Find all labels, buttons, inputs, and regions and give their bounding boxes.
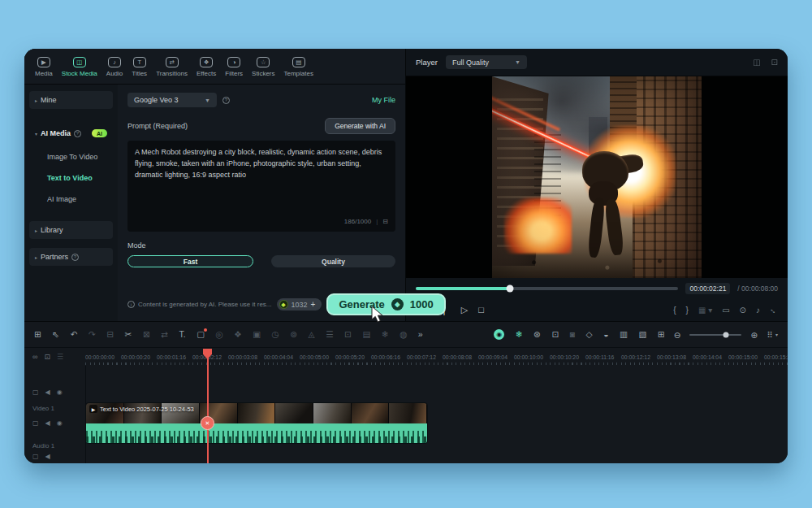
my-file-link[interactable]: My File bbox=[372, 96, 395, 104]
tab-templates[interactable]: ▤ Templates bbox=[280, 54, 317, 80]
sidebar-item-library[interactable]: ▸ Library bbox=[29, 221, 113, 239]
text-tool-icon[interactable]: T. bbox=[179, 330, 186, 339]
seek-bar[interactable] bbox=[416, 287, 678, 290]
captions-icon[interactable]: ▤ bbox=[362, 330, 370, 339]
track-manager-button[interactable]: ⠿ ▾ bbox=[767, 330, 778, 340]
tab-transitions[interactable]: ⇄ Transitions bbox=[152, 54, 192, 80]
screen-record-icon[interactable]: ▣ bbox=[253, 330, 261, 339]
video-preview[interactable] bbox=[406, 76, 788, 278]
help-icon[interactable]: ? bbox=[222, 97, 230, 104]
mode-quality-button[interactable]: Quality bbox=[271, 255, 395, 267]
tab-icon: ♪ bbox=[108, 57, 121, 67]
sidebar-item-ai-media[interactable]: ▾ AI Media ? AI bbox=[29, 124, 113, 142]
playhead-handle[interactable]: ✕ bbox=[201, 416, 214, 430]
link-clips-icon[interactable]: ∞ bbox=[32, 353, 37, 361]
crop-icon[interactable]: ⊠ bbox=[143, 330, 150, 339]
mute-icon[interactable]: ♪ bbox=[756, 306, 760, 315]
tab-stock-media[interactable]: ◫ Stock Media bbox=[58, 54, 102, 80]
zoom-in-icon[interactable]: ⊕ bbox=[750, 330, 758, 340]
playhead-line[interactable] bbox=[207, 351, 209, 463]
keyframe-range-icon[interactable]: ⊡ bbox=[44, 353, 50, 361]
delete-icon[interactable]: ⊟ bbox=[106, 330, 114, 339]
microphone-icon[interactable]: ◒ bbox=[603, 330, 608, 339]
sidebar-item-mine[interactable]: ▸ Mine bbox=[29, 91, 113, 109]
lock-icon[interactable]: ▢ bbox=[32, 419, 39, 427]
tab-audio[interactable]: ♪ Audio bbox=[102, 54, 127, 80]
denoise-icon[interactable]: ❄ bbox=[382, 330, 389, 339]
sidebar-item-image-to-video[interactable]: Image To Video bbox=[29, 146, 113, 167]
eye-icon[interactable]: ◉ bbox=[57, 389, 63, 396]
mark-frame-icon[interactable]: ⊡ bbox=[771, 58, 778, 67]
stop-icon[interactable]: □ bbox=[478, 305, 482, 315]
redo-icon[interactable]: ↷ bbox=[89, 330, 96, 339]
mark-in-icon[interactable]: { bbox=[673, 306, 676, 315]
keyframe-icon[interactable]: ❖ bbox=[234, 330, 241, 339]
timeline-ruler[interactable]: ∞⊡☰ 00:00:00:0000:00:00:2000:00:01:1600:… bbox=[24, 348, 788, 366]
timeline-zoom-slider[interactable] bbox=[689, 334, 741, 336]
lock-icon[interactable]: ▢ bbox=[32, 389, 39, 396]
zoom-out-icon[interactable]: ⊖ bbox=[674, 330, 681, 340]
zoom-slider-handle[interactable] bbox=[723, 332, 729, 337]
web-share-icon[interactable]: ◍ bbox=[400, 330, 407, 339]
eye-icon[interactable]: ◉ bbox=[57, 419, 63, 427]
mask-tool-icon[interactable]: ▢ bbox=[197, 330, 205, 339]
speaker-icon[interactable]: ◀ bbox=[45, 389, 50, 396]
mixer-icon[interactable]: ▥ bbox=[620, 330, 628, 339]
prompt-input[interactable]: A Mech Robot destroying a city block, re… bbox=[127, 141, 395, 232]
camera-icon[interactable]: ⊡ bbox=[551, 330, 559, 339]
track-header-audio1: ▢ ◀ bbox=[32, 453, 50, 460]
ai-effects-icon[interactable]: ❄ bbox=[516, 330, 523, 339]
lock-icon[interactable]: ▢ bbox=[32, 453, 39, 460]
undo-icon[interactable]: ↶ bbox=[71, 330, 78, 339]
record-icon[interactable]: ◙ bbox=[570, 330, 575, 339]
sidebar-item-partners[interactable]: ▸ Partners ? bbox=[29, 248, 113, 266]
more-tools-icon[interactable]: » bbox=[418, 330, 423, 339]
ruler-timestamp: 00:00:05:00 bbox=[300, 348, 335, 366]
media-browser-icon[interactable]: ⊞ bbox=[34, 330, 41, 339]
speaker-icon[interactable]: ◀ bbox=[45, 453, 50, 460]
ripple-edit-icon[interactable]: ⇄ bbox=[161, 330, 168, 339]
tab-filters[interactable]: ◑ Filters bbox=[221, 54, 247, 80]
sidebar-item-text-to-video[interactable]: Text to Video bbox=[29, 167, 113, 188]
render-preview-icon[interactable]: ▦ ▾ bbox=[698, 306, 712, 315]
model-select[interactable]: Google Veo 3 ▼ bbox=[127, 93, 217, 107]
tab-titles[interactable]: T Titles bbox=[127, 54, 151, 80]
help-icon[interactable]: ? bbox=[71, 254, 79, 261]
zoom-tool-icon[interactable]: ◎ bbox=[216, 330, 223, 339]
chevron-down-icon: ▼ bbox=[205, 98, 210, 103]
marker-icon[interactable]: ▧ bbox=[638, 330, 646, 339]
mark-out-icon[interactable]: } bbox=[686, 306, 689, 315]
shield-mask-icon[interactable]: ◇ bbox=[586, 330, 593, 339]
split-view-icon[interactable]: ◫ bbox=[753, 58, 760, 67]
help-icon[interactable]: ? bbox=[74, 130, 81, 137]
seek-handle[interactable] bbox=[507, 285, 514, 293]
generate-with-ai-button[interactable]: Generate with AI bbox=[325, 118, 395, 134]
tab-media[interactable]: ▶ Media bbox=[31, 54, 57, 80]
select-tool-icon[interactable]: ⇖ bbox=[52, 330, 59, 339]
add-credits-icon[interactable]: + bbox=[311, 300, 316, 309]
display-device-icon[interactable]: ▭ bbox=[722, 306, 729, 315]
speaker-icon[interactable]: ◀ bbox=[45, 419, 50, 427]
mode-fast-button[interactable]: Fast bbox=[127, 255, 253, 267]
trash-icon[interactable]: ⊟ bbox=[382, 217, 388, 227]
split-icon[interactable]: ✂ bbox=[125, 330, 132, 339]
speed-icon[interactable]: ◷ bbox=[272, 330, 279, 339]
tab-stickers[interactable]: ☆ Stickers bbox=[248, 54, 279, 80]
auto-ripple-icon[interactable]: ⊞ bbox=[658, 330, 665, 339]
render-lines-icon[interactable]: ☰ bbox=[57, 353, 63, 361]
chroma-key-icon[interactable]: ◬ bbox=[309, 330, 315, 339]
export-clip-icon[interactable]: ⊡ bbox=[344, 330, 352, 339]
snapshot-icon[interactable]: ⊙ bbox=[740, 306, 746, 315]
tab-effects[interactable]: ❖ Effects bbox=[192, 54, 220, 80]
track-manager-icon: ⠿ bbox=[767, 330, 773, 340]
ai-portrait-icon[interactable]: ◉ bbox=[494, 329, 504, 340]
sidebar-item-ai-image[interactable]: AI Image bbox=[29, 189, 113, 209]
video-clip[interactable]: ▶ Text to Video 2025-07-25 10-24-53 bbox=[86, 403, 427, 443]
motion-track-icon[interactable]: ⊚ bbox=[290, 330, 297, 339]
quality-select[interactable]: Full Quality ▼ bbox=[446, 55, 527, 69]
play-icon[interactable]: ▷ bbox=[461, 305, 466, 315]
plugin-icon[interactable]: ⊛ bbox=[533, 330, 541, 339]
adjust-icon[interactable]: ☰ bbox=[326, 330, 333, 339]
credits-badge[interactable]: ◆ 1032 + bbox=[277, 298, 322, 310]
fullscreen-icon[interactable]: ↔ bbox=[768, 304, 780, 316]
